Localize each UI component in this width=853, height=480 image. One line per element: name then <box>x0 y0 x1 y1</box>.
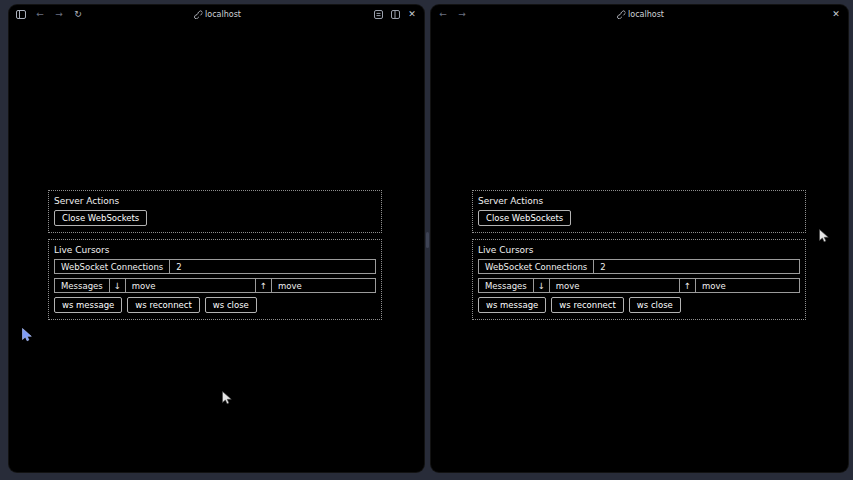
close-websockets-button[interactable]: Close WebSockets <box>54 210 147 226</box>
connections-value: 2 <box>594 260 799 273</box>
ws-buttons-row: ws message ws reconnect ws close <box>478 293 800 313</box>
live-cursors-panel: Live Cursors WebSocket Connections 2 Mes… <box>48 239 382 320</box>
titlebar: ← → ↻ localhost ✕ <box>9 5 424 23</box>
server-actions-title: Server Actions <box>478 196 800 206</box>
back-icon[interactable]: ← <box>438 9 448 19</box>
ws-close-button[interactable]: ws close <box>629 297 681 313</box>
ws-reconnect-button[interactable]: ws reconnect <box>127 297 200 313</box>
reload-icon[interactable]: ↻ <box>73 9 83 19</box>
server-actions-panel: Server Actions Close WebSockets <box>472 190 806 233</box>
close-websockets-button[interactable]: Close WebSockets <box>478 210 571 226</box>
ws-reconnect-button[interactable]: ws reconnect <box>551 297 624 313</box>
connections-row: WebSocket Connections 2 <box>54 259 376 274</box>
ws-buttons-row: ws message ws reconnect ws close <box>54 293 376 313</box>
titlebar: ← → localhost ✕ <box>431 5 848 23</box>
connections-label: WebSocket Connections <box>55 260 170 273</box>
message-sent-icon: ↑ <box>680 279 696 292</box>
window-divider-handle[interactable] <box>426 232 429 248</box>
link-icon <box>615 9 625 19</box>
sent-event-value: move <box>272 279 375 292</box>
connections-value: 2 <box>170 260 375 273</box>
back-icon[interactable]: ← <box>35 9 45 19</box>
close-icon[interactable]: ✕ <box>831 9 841 19</box>
address-bar[interactable]: localhost <box>192 5 241 23</box>
browser-window-left: ← → ↻ localhost ✕ Server Actions Close W… <box>8 4 425 473</box>
address-bar[interactable]: localhost <box>615 5 664 23</box>
received-event-value: move <box>126 279 256 292</box>
live-cursors-title: Live Cursors <box>478 245 800 255</box>
server-actions-panel: Server Actions Close WebSockets <box>48 190 382 233</box>
messages-row: Messages ↓ move ↑ move <box>478 278 800 293</box>
split-view-icon[interactable] <box>390 9 400 19</box>
ws-close-button[interactable]: ws close <box>205 297 257 313</box>
ws-message-button[interactable]: ws message <box>54 297 122 313</box>
messages-row: Messages ↓ move ↑ move <box>54 278 376 293</box>
forward-icon[interactable]: → <box>457 9 467 19</box>
browser-window-right: ← → localhost ✕ Server Actions Close Web… <box>430 4 849 473</box>
reader-mode-icon[interactable] <box>373 9 383 19</box>
live-cursors-title: Live Cursors <box>54 245 376 255</box>
page-content: Server Actions Close WebSockets Live Cur… <box>48 190 382 320</box>
messages-label: Messages <box>55 279 110 292</box>
url-text: localhost <box>205 10 241 19</box>
messages-label: Messages <box>479 279 534 292</box>
connections-row: WebSocket Connections 2 <box>478 259 800 274</box>
sidebar-toggle-icon[interactable] <box>16 9 26 19</box>
live-cursors-panel: Live Cursors WebSocket Connections 2 Mes… <box>472 239 806 320</box>
sent-event-value: move <box>696 279 799 292</box>
message-received-icon: ↓ <box>110 279 126 292</box>
link-icon <box>192 9 202 19</box>
close-icon[interactable]: ✕ <box>407 9 417 19</box>
page-content: Server Actions Close WebSockets Live Cur… <box>472 190 806 320</box>
received-event-value: move <box>550 279 680 292</box>
message-received-icon: ↓ <box>534 279 550 292</box>
forward-icon[interactable]: → <box>54 9 64 19</box>
server-actions-title: Server Actions <box>54 196 376 206</box>
connections-label: WebSocket Connections <box>479 260 594 273</box>
message-sent-icon: ↑ <box>256 279 272 292</box>
ws-message-button[interactable]: ws message <box>478 297 546 313</box>
url-text: localhost <box>628 10 664 19</box>
